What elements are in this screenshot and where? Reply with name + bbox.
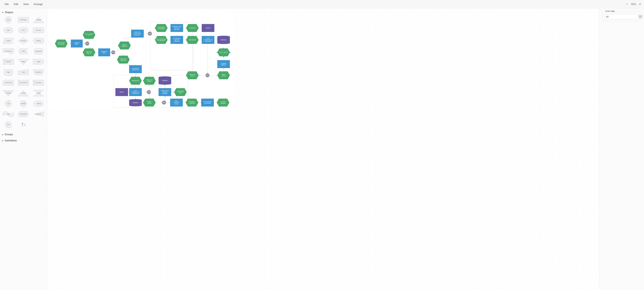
node-registered_user_q[interactable]: Registereduser? xyxy=(98,48,110,56)
node-proof_completion_1[interactable]: Proofcompletion andcorrectness xyxy=(202,36,214,44)
selection-handle[interactable] xyxy=(223,52,224,53)
palette-shape-keyring[interactable]: Keyring xyxy=(32,99,45,108)
palette-shape-start[interactable]: Start xyxy=(2,26,15,35)
edge[interactable] xyxy=(149,94,149,98)
edge[interactable] xyxy=(149,85,149,90)
node-logged_in_user_q[interactable]: Logged inuser? xyxy=(71,40,83,48)
node-user_not_registered[interactable]: User is notregistered xyxy=(117,56,130,64)
node-user_registered[interactable]: User isregistered xyxy=(118,42,131,50)
palette-shape-text[interactable]: TT xyxy=(16,120,30,129)
node-user_forgets_pw[interactable]: User forgetshis password xyxy=(155,24,168,32)
node-data_not_correct_2[interactable]: Data is notcorrect xyxy=(143,77,156,85)
menu-arrange[interactable]: Arrange xyxy=(31,2,45,7)
palette-section-shapes[interactable]: ▼ Shapes xyxy=(1,10,46,15)
node-user_not_logged_in[interactable]: User is notlogged in xyxy=(83,48,95,56)
palette-shape-roll[interactable]: Roll xyxy=(2,120,15,129)
palette-shape-or[interactable]: Or xyxy=(2,99,15,108)
palette-shape-operation[interactable]: Operation xyxy=(32,68,45,76)
node-system1[interactable]: System xyxy=(202,24,214,32)
node-user_remembers_pw[interactable]: User remembershis password xyxy=(155,36,168,44)
grid-icon[interactable] xyxy=(639,14,642,19)
node-account_activated[interactable]: Accountactivated xyxy=(217,98,229,106)
node-data_typed_in_1[interactable]: Data typed in xyxy=(186,36,199,44)
selection-handle[interactable] xyxy=(223,48,224,49)
node-system2[interactable]: System xyxy=(116,88,128,96)
selection-handle[interactable] xyxy=(229,52,230,53)
edge[interactable] xyxy=(115,54,123,56)
selection-handle[interactable] xyxy=(217,52,218,53)
edge[interactable] xyxy=(208,44,208,73)
node-database_1[interactable]: Database xyxy=(217,36,230,44)
node-activation_sent[interactable]: Activatione-mail sent xyxy=(186,98,198,106)
edge[interactable] xyxy=(164,96,165,100)
node-send_email_newpw[interactable]: Send an E-mailwith newpassword xyxy=(170,24,183,32)
edge[interactable] xyxy=(124,38,138,42)
canvas[interactable]: Visitor entersthe websiteLogged inuser?X… xyxy=(47,8,600,290)
edge[interactable] xyxy=(152,34,155,40)
node-data_not_correct_1[interactable]: Data is notcorrect xyxy=(186,71,199,79)
palette-shape-display[interactable]: Display xyxy=(32,36,45,45)
node-types_login_pw[interactable]: User types inlogin andpassword xyxy=(170,36,183,44)
node-xor1[interactable]: XOR xyxy=(85,42,89,46)
palette-shape-rectangle[interactable]: Rectangle xyxy=(16,16,30,24)
menu-view[interactable]: View xyxy=(21,2,31,7)
node-proof_completion_2[interactable]: Proofcompletion andcorrectness xyxy=(129,88,142,96)
node-user_logged_in[interactable]: User is loggedin xyxy=(83,31,95,39)
palette-section-groups[interactable]: ▲ Groups xyxy=(1,132,46,137)
grid-step-input[interactable] xyxy=(604,14,638,19)
selection-handle[interactable] xyxy=(223,56,224,57)
palette-shape-output[interactable]: Output xyxy=(2,36,15,45)
palette-section-swimlanes[interactable]: ▲ Swimlanes xyxy=(1,138,46,143)
node-data_correct_1[interactable]: Data iscorrect xyxy=(217,71,230,79)
palette-shape-punchcard[interactable]: Punchcard xyxy=(2,78,15,87)
palette-shape-junction[interactable]: Junction xyxy=(16,99,30,108)
node-user_activates[interactable]: User activateshis account xyxy=(201,98,214,106)
edge[interactable] xyxy=(88,39,89,42)
palette-shape-collate[interactable]: Collate xyxy=(32,89,45,98)
palette-shape-process[interactable]: Process xyxy=(32,26,45,35)
node-xor2[interactable]: XOR xyxy=(111,50,115,54)
palette-shape-offline[interactable]: Offline xyxy=(16,58,30,66)
palette-shape-extract[interactable]: Extract xyxy=(16,89,30,98)
node-send_activation[interactable]: Sendactivatione-mail xyxy=(170,98,183,106)
menu-file[interactable]: File xyxy=(2,2,12,7)
node-and1[interactable]: AND xyxy=(162,100,166,104)
palette-shape-storage[interactable]: Storage xyxy=(2,89,15,98)
node-data_correct_2[interactable]: Data iscorrect xyxy=(143,98,156,106)
node-write_account_db[interactable]: Write accountdata intodatabase xyxy=(158,88,171,96)
edge[interactable] xyxy=(152,28,155,33)
node-xor3[interactable]: XOR xyxy=(148,32,152,36)
zoom-out-icon[interactable] xyxy=(625,2,629,6)
palette-shape-subroutine[interactable]: Subroutine xyxy=(16,78,30,87)
palette-shape-internal[interactable]: Internal xyxy=(2,58,15,66)
diagram[interactable]: Visitor entersthe websiteLogged inuser?X… xyxy=(48,10,234,111)
edge[interactable] xyxy=(177,44,192,71)
menu-edit[interactable]: Edit xyxy=(12,2,21,7)
palette-shape-delay[interactable]: Delay xyxy=(32,58,45,66)
node-complete_logging_in[interactable]: Completelogging in xyxy=(217,60,230,68)
palette-shape-tape[interactable]: Tape xyxy=(2,110,15,118)
palette-shape-preparation[interactable]: Preparation xyxy=(16,110,30,118)
node-data_typed_in_2[interactable]: Data typed in xyxy=(129,77,142,85)
edge[interactable] xyxy=(115,46,118,51)
palette-shape-database[interactable]: Database xyxy=(32,47,45,56)
edge[interactable] xyxy=(136,73,149,77)
palette-shape-document[interactable]: Document xyxy=(2,47,15,56)
node-data_writing_done[interactable]: Data writingdone xyxy=(174,88,187,96)
node-email_sent[interactable]: E-mail sent xyxy=(186,24,199,32)
palette-shape-page[interactable]: Page xyxy=(2,68,15,76)
palette-shape-decision[interactable]: Decision xyxy=(16,36,30,45)
palette-shape-endpoint[interactable]: Endpoint xyxy=(32,110,45,118)
edge[interactable] xyxy=(177,32,192,36)
palette-shape-end[interactable]: End xyxy=(16,26,30,35)
palette-shape-data[interactable]: Data xyxy=(16,47,30,56)
node-remember_pw_q[interactable]: Does userremember hispassword? xyxy=(131,30,144,38)
zoom-in-icon[interactable] xyxy=(638,2,642,6)
palette-shape-triangle[interactable]: Triangle xyxy=(32,16,45,24)
node-database_2[interactable]: Database xyxy=(158,76,171,85)
palette-shape-circle[interactable]: Circle xyxy=(2,16,15,24)
node-database_3[interactable]: Database xyxy=(129,99,142,106)
palette-shape-input[interactable]: Input xyxy=(16,68,30,76)
node-types_needed_data[interactable]: User types inneeded data xyxy=(129,65,142,73)
node-xor5[interactable]: XOR xyxy=(147,90,151,94)
